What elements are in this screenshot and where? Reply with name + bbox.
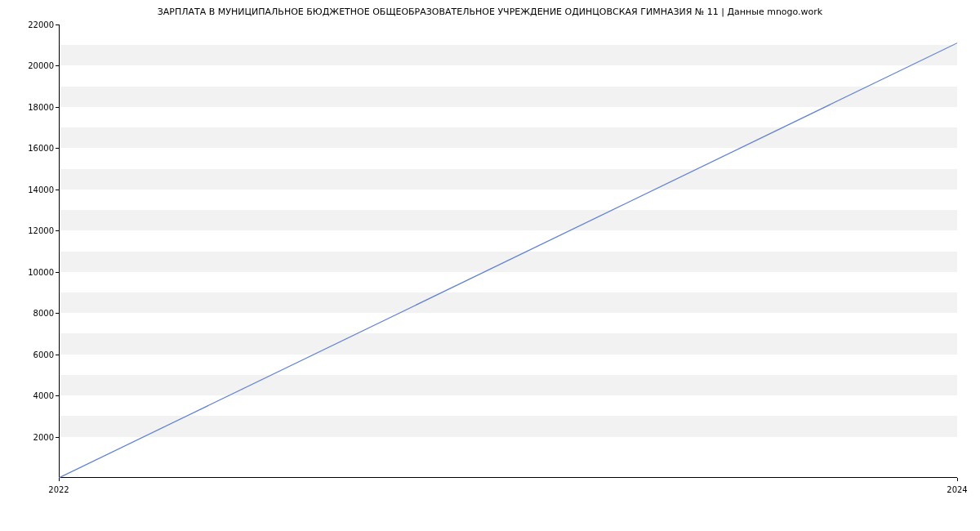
grid-band [59,127,957,148]
y-tick-mark [56,313,59,314]
grid-band [59,375,957,395]
y-tick-label: 8000 [0,309,54,318]
y-tick-label: 10000 [0,267,54,276]
y-tick-label: 20000 [0,61,54,70]
x-axis-line [59,477,957,478]
y-tick-label: 6000 [0,350,54,359]
grid-band [59,292,957,313]
y-tick-label: 16000 [0,144,54,153]
y-tick-label: 14000 [0,185,54,194]
y-tick-label: 22000 [0,20,54,29]
grid-band [59,333,957,354]
y-tick-label: 2000 [0,432,54,441]
x-tick-label: 2022 [48,485,69,494]
y-tick-mark [56,107,59,108]
y-tick-mark [56,355,59,355]
grid-band [59,252,957,272]
grid-band [59,210,957,230]
y-tick-mark [56,230,59,231]
y-tick-mark [56,25,59,25]
grid-band [59,87,957,107]
y-tick-mark [56,65,59,66]
y-tick-mark [56,437,59,438]
grid-band [59,45,957,65]
chart-title: ЗАРПЛАТА В МУНИЦИПАЛЬНОЕ БЮДЖЕТНОЕ ОБЩЕО… [0,0,980,17]
y-tick-label: 18000 [0,102,54,111]
y-tick-mark [56,272,59,273]
grid-band [59,169,957,190]
y-tick-label: 12000 [0,226,54,235]
y-tick-mark [56,190,59,190]
plot-area: 20222024 [59,25,957,478]
y-tick-label: 4000 [0,391,54,400]
grid-band [59,416,957,436]
x-tick-mark [957,478,958,481]
y-tick-mark [56,395,59,396]
x-tick-label: 2024 [947,485,967,494]
y-tick-mark [56,148,59,149]
x-tick-mark [59,478,60,481]
y-axis-line [59,25,60,478]
